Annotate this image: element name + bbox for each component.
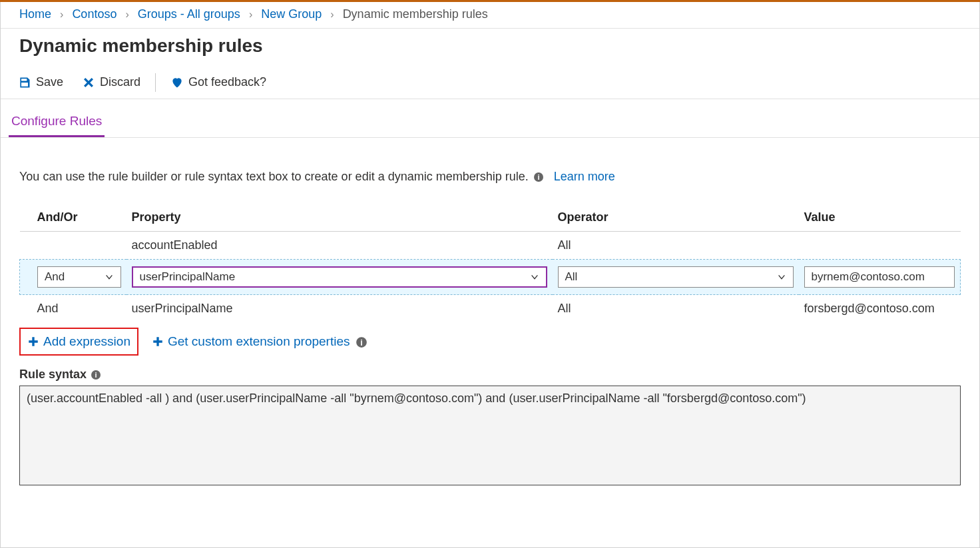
chevron-down-icon <box>105 272 114 282</box>
save-label: Save <box>36 75 63 89</box>
rule-syntax-label-text: Rule syntax <box>19 368 87 382</box>
cell-property: accountEnabled <box>126 232 553 260</box>
breadcrumb-home[interactable]: Home <box>19 7 51 21</box>
property-select-value: userPrincipalName <box>140 270 236 284</box>
info-icon[interactable]: i <box>533 172 544 182</box>
intro-text: You can use the rule builder or rule syn… <box>19 170 961 184</box>
get-custom-properties-button[interactable]: Get custom extension properties i <box>148 332 370 352</box>
cell-operator: All <box>553 295 799 323</box>
chevron-right-icon: › <box>330 9 334 20</box>
plus-icon <box>27 336 39 348</box>
tab-configure-rules[interactable]: Configure Rules <box>9 107 105 137</box>
heart-icon <box>170 76 184 89</box>
close-icon <box>82 76 95 89</box>
content-area: You can use the rule builder or rule syn… <box>1 138 979 485</box>
rule-syntax-label: Rule syntax i <box>19 368 961 382</box>
breadcrumb-groups[interactable]: Groups - All groups <box>138 7 240 21</box>
operator-select-value: All <box>565 270 578 284</box>
chevron-right-icon: › <box>60 9 63 20</box>
breadcrumb-new-group[interactable]: New Group <box>261 7 322 21</box>
cell-operator: All <box>553 232 799 260</box>
add-expression-button[interactable]: Add expression <box>19 328 138 356</box>
action-row: Add expression Get custom extension prop… <box>19 322 961 356</box>
andor-select[interactable]: And <box>37 266 121 288</box>
toolbar: Save Discard Got feedback? <box>1 69 979 99</box>
cell-property: userPrincipalName <box>126 295 553 323</box>
rule-builder-table: And/Or Property Operator Value accountEn… <box>19 206 961 322</box>
rule-syntax-textbox[interactable]: (user.accountEnabled -all ) and (user.us… <box>19 386 961 485</box>
chevron-down-icon <box>777 272 786 282</box>
andor-select-value: And <box>45 270 65 284</box>
svg-text:i: i <box>95 371 97 379</box>
operator-select[interactable]: All <box>558 266 794 288</box>
chevron-right-icon: › <box>249 9 252 20</box>
plus-icon <box>152 336 164 348</box>
rule-row-active: And userPrincipalName All <box>20 260 961 295</box>
breadcrumb-contoso[interactable]: Contoso <box>72 7 117 21</box>
toolbar-divider <box>155 73 156 92</box>
discard-label: Discard <box>100 75 140 89</box>
intro-text-span: You can use the rule builder or rule syn… <box>19 170 529 183</box>
col-header-andor: And/Or <box>20 206 126 232</box>
tab-bar: Configure Rules <box>1 99 979 138</box>
value-input-text: byrnem@contoso.com <box>812 270 925 284</box>
col-header-property: Property <box>126 206 553 232</box>
feedback-label: Got feedback? <box>188 75 266 89</box>
learn-more-link[interactable]: Learn more <box>554 170 615 183</box>
cell-andor: And <box>20 295 126 323</box>
svg-text:i: i <box>360 338 362 348</box>
col-header-value: Value <box>799 206 961 232</box>
add-expression-label: Add expression <box>43 334 130 349</box>
cell-andor <box>20 232 126 260</box>
info-icon[interactable]: i <box>91 370 101 380</box>
cell-value <box>799 232 961 260</box>
get-custom-properties-label: Get custom extension properties <box>168 334 350 349</box>
svg-text:i: i <box>537 173 539 181</box>
page-title: Dynamic membership rules <box>1 29 979 69</box>
info-icon[interactable]: i <box>356 336 366 347</box>
cell-value: forsbergd@contoso.com <box>799 295 961 323</box>
breadcrumb-current: Dynamic membership rules <box>343 7 488 21</box>
feedback-button[interactable]: Got feedback? <box>166 73 270 92</box>
col-header-operator: Operator <box>553 206 799 232</box>
chevron-right-icon: › <box>125 9 128 20</box>
breadcrumb: Home › Contoso › Groups - All groups › N… <box>1 2 979 29</box>
rule-row: And userPrincipalName All forsbergd@cont… <box>20 295 961 323</box>
discard-button[interactable]: Discard <box>78 73 144 92</box>
value-input[interactable]: byrnem@contoso.com <box>804 266 955 288</box>
save-icon <box>18 76 31 89</box>
save-button[interactable]: Save <box>14 73 67 92</box>
rule-row: accountEnabled All <box>20 232 961 260</box>
chevron-down-icon <box>530 272 539 282</box>
property-select[interactable]: userPrincipalName <box>132 266 547 288</box>
